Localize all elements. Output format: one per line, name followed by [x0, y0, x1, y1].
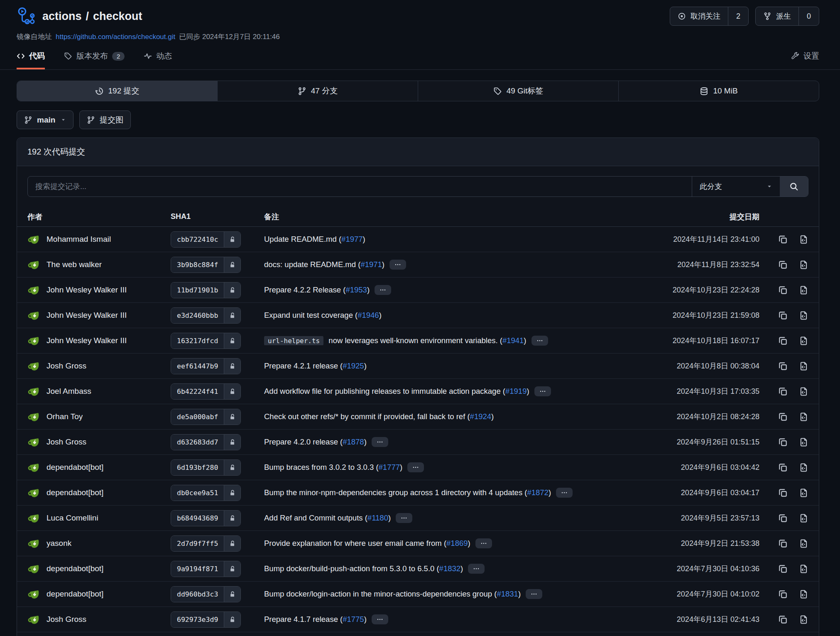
forks-count[interactable]: 0 — [798, 7, 819, 25]
expand-commit-button[interactable] — [375, 285, 391, 295]
commit-sha-badge[interactable]: b684943689 — [171, 510, 241, 526]
commit-pr-link[interactable]: #1831 — [497, 589, 518, 598]
branch-filter-dropdown[interactable]: 此分支 — [692, 177, 780, 196]
fork-button[interactable]: 派生 0 — [755, 7, 819, 26]
commit-pr-link[interactable]: #1919 — [505, 387, 527, 395]
copy-sha-button[interactable] — [778, 311, 788, 320]
commit-sha-badge[interactable]: dd960bd3c3 — [171, 586, 241, 602]
commit-author-name[interactable]: John Wesley Walker III — [47, 336, 127, 345]
author-avatar-teacup-icon[interactable] — [27, 512, 40, 525]
tab-releases[interactable]: 版本发布 2 — [64, 51, 125, 69]
commit-sha[interactable]: db0cee9a51 — [171, 485, 224, 501]
commit-sha[interactable]: 692973e3d9 — [171, 612, 224, 627]
search-button[interactable] — [780, 177, 808, 196]
copy-sha-button[interactable] — [778, 412, 788, 422]
browse-source-button[interactable] — [799, 488, 808, 498]
author-avatar-teacup-icon[interactable] — [27, 562, 40, 575]
commit-pr-link[interactable]: #1941 — [502, 336, 524, 345]
copy-sha-button[interactable] — [778, 463, 788, 472]
commit-sha-badge[interactable]: 6d193bf280 — [171, 459, 241, 476]
commit-sha[interactable]: 6d193bf280 — [171, 460, 224, 475]
commit-pr-link[interactable]: #1946 — [358, 311, 379, 319]
commit-sha-badge[interactable]: db0cee9a51 — [171, 485, 241, 501]
copy-sha-button[interactable] — [778, 488, 788, 498]
commit-author-name[interactable]: Joel Ambass — [47, 387, 91, 396]
stat-branches[interactable]: 47 分支 — [217, 81, 418, 101]
author-avatar-teacup-icon[interactable] — [27, 360, 40, 373]
unwatch-button[interactable]: 取消关注 2 — [670, 7, 749, 26]
browse-source-button[interactable] — [799, 235, 808, 244]
watchers-count[interactable]: 2 — [728, 7, 748, 25]
commit-sha[interactable]: b684943689 — [171, 511, 224, 526]
commit-sha-badge[interactable]: cbb722410c — [171, 231, 241, 248]
author-avatar-teacup-icon[interactable] — [27, 309, 40, 322]
commit-sha[interactable]: 3b9b8c884f — [171, 257, 224, 273]
commit-sha[interactable]: 11bd71901b — [171, 282, 224, 298]
commit-sha-badge[interactable]: e3d2460bbb — [171, 307, 241, 324]
commit-pr-link[interactable]: #1777 — [379, 463, 400, 471]
expand-commit-button[interactable] — [372, 437, 388, 447]
copy-sha-button[interactable] — [778, 615, 788, 624]
commit-sha[interactable]: eef61447b9 — [171, 359, 224, 374]
commit-sha-badge[interactable]: 3b9b8c884f — [171, 257, 241, 273]
author-avatar-teacup-icon[interactable] — [27, 588, 40, 601]
commit-sha-badge[interactable]: 6b42224f41 — [171, 383, 241, 400]
commit-author-name[interactable]: Luca Comellini — [47, 513, 98, 523]
author-avatar-teacup-icon[interactable] — [27, 537, 40, 550]
commit-pr-link[interactable]: #1180 — [367, 513, 388, 522]
commit-pr-link[interactable]: #1925 — [343, 361, 364, 370]
copy-sha-button[interactable] — [778, 513, 788, 523]
search-input[interactable] — [28, 177, 692, 196]
browse-source-button[interactable] — [799, 437, 808, 447]
repo-avatar-actions-logo-icon[interactable] — [17, 7, 36, 26]
expand-commit-button[interactable] — [531, 336, 548, 346]
browse-source-button[interactable] — [799, 285, 808, 295]
copy-sha-button[interactable] — [778, 437, 788, 447]
browse-source-button[interactable] — [799, 539, 808, 548]
repo-name-link[interactable]: checkout — [93, 10, 142, 23]
commit-author-name[interactable]: Josh Gross — [47, 361, 86, 371]
commit-sha-badge[interactable]: 692973e3d9 — [171, 611, 241, 628]
browse-source-button[interactable] — [799, 387, 808, 396]
expand-commit-button[interactable] — [372, 614, 388, 624]
browse-source-button[interactable] — [799, 412, 808, 422]
stat-tags[interactable]: 49 Git标签 — [418, 81, 618, 101]
commit-graph-button[interactable]: 提交图 — [79, 111, 131, 129]
commit-sha[interactable]: 6b42224f41 — [171, 384, 224, 399]
commit-author-name[interactable]: John Wesley Walker III — [47, 311, 127, 320]
branch-selector[interactable]: main — [17, 111, 73, 129]
commit-pr-link[interactable]: #1872 — [527, 488, 548, 497]
commit-sha[interactable]: e3d2460bbb — [171, 308, 224, 323]
commit-sha-badge[interactable]: 163217dfcd — [171, 333, 241, 349]
copy-sha-button[interactable] — [778, 260, 788, 270]
copy-sha-button[interactable] — [778, 387, 788, 396]
author-avatar-teacup-icon[interactable] — [27, 461, 40, 474]
browse-source-button[interactable] — [799, 463, 808, 472]
commit-pr-link[interactable]: #1971 — [360, 260, 382, 269]
expand-commit-button[interactable] — [468, 564, 485, 574]
commit-pr-link[interactable]: #1977 — [341, 235, 362, 243]
commit-author-name[interactable]: dependabot[bot] — [47, 463, 103, 472]
tab-settings[interactable]: 设置 — [791, 51, 819, 69]
browse-source-button[interactable] — [799, 513, 808, 523]
commit-sha-badge[interactable]: 11bd71901b — [171, 282, 241, 298]
commit-author-name[interactable]: Orhan Toy — [47, 412, 83, 421]
commit-author-name[interactable]: Josh Gross — [47, 437, 86, 447]
browse-source-button[interactable] — [799, 260, 808, 270]
commit-author-name[interactable]: Mohammad Ismail — [47, 235, 111, 244]
commit-author-name[interactable]: dependabot[bot] — [47, 589, 103, 599]
commit-sha[interactable]: d632683dd7 — [171, 435, 224, 450]
author-avatar-teacup-icon[interactable] — [27, 233, 40, 246]
author-avatar-teacup-icon[interactable] — [27, 436, 40, 449]
copy-sha-button[interactable] — [778, 564, 788, 574]
copy-sha-button[interactable] — [778, 539, 788, 548]
browse-source-button[interactable] — [799, 615, 808, 624]
commit-author-name[interactable]: dependabot[bot] — [47, 564, 103, 573]
copy-sha-button[interactable] — [778, 336, 788, 346]
expand-commit-button[interactable] — [556, 488, 573, 498]
stat-size[interactable]: 10 MiB — [618, 81, 819, 101]
browse-source-button[interactable] — [799, 336, 808, 346]
mirror-url-link[interactable]: https://github.com/actions/checkout.git — [56, 33, 175, 41]
commit-author-name[interactable]: dependabot[bot] — [47, 488, 103, 497]
commit-author-name[interactable]: Josh Gross — [47, 615, 86, 624]
